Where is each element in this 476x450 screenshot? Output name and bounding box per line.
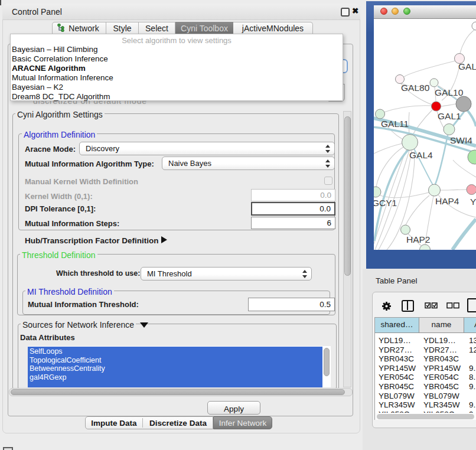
svg-text:GAL4: GAL4 <box>409 150 433 160</box>
svg-text:HAP4: HAP4 <box>435 196 459 206</box>
svg-text:GAL1: GAL1 <box>438 111 461 121</box>
svg-text:HAP2: HAP2 <box>406 234 431 244</box>
svg-text:GAL10: GAL10 <box>435 87 464 97</box>
svg-text:GCY1: GCY1 <box>374 198 397 208</box>
svg-text:GAL80: GAL80 <box>401 83 430 93</box>
svg-text:GAL7: GAL7 <box>458 61 476 71</box>
svg-text:Y: Y <box>470 197 476 207</box>
svg-text:SWI4: SWI4 <box>450 135 472 145</box>
svg-text:GAL11: GAL11 <box>381 119 409 129</box>
